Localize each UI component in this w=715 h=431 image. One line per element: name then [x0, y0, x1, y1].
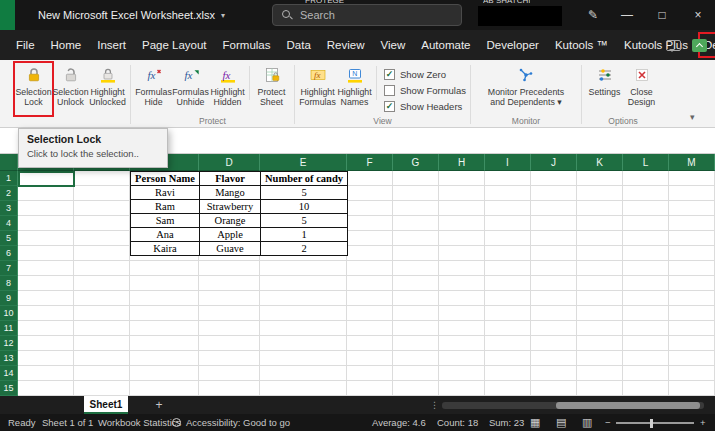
- grid-cell[interactable]: [439, 321, 485, 336]
- column-header-l[interactable]: L: [623, 154, 669, 171]
- grid-cell[interactable]: [623, 201, 669, 216]
- grid-cell[interactable]: [260, 321, 347, 336]
- grid-cell[interactable]: [485, 291, 531, 306]
- grid-cell[interactable]: [623, 246, 669, 261]
- table-cell[interactable]: Kaira: [131, 242, 200, 256]
- grid-cell[interactable]: [74, 216, 130, 231]
- tab-review[interactable]: Review: [319, 30, 373, 60]
- grid-cell[interactable]: [260, 306, 347, 321]
- grid-cell[interactable]: [393, 381, 439, 396]
- grid-cell[interactable]: [260, 381, 347, 396]
- grid-cell[interactable]: [623, 171, 669, 186]
- grid-cell[interactable]: [393, 231, 439, 246]
- grid-cell[interactable]: [577, 306, 623, 321]
- grid-cell[interactable]: [531, 291, 577, 306]
- grid-cell[interactable]: [130, 261, 199, 276]
- grid-cell[interactable]: [439, 336, 485, 351]
- grid-cell[interactable]: [260, 351, 347, 366]
- ribbon-button-selection-unlock[interactable]: SelectionUnlock: [52, 63, 89, 115]
- grid-cell[interactable]: [439, 231, 485, 246]
- grid-cell[interactable]: [393, 306, 439, 321]
- ribbon-button-monitor-precedents-and-dependents[interactable]: Monitor Precedentsand Dependents ▾: [475, 63, 577, 115]
- grid-cell[interactable]: [623, 261, 669, 276]
- grid-cell[interactable]: [623, 216, 669, 231]
- grid-cell[interactable]: [669, 321, 715, 336]
- column-header-m[interactable]: M: [669, 154, 715, 171]
- page-layout-view-icon[interactable]: ▤: [556, 414, 566, 431]
- grid-cell[interactable]: [74, 201, 130, 216]
- ribbon-button-protect-sheet[interactable]: ProtectSheet: [253, 63, 290, 115]
- grid-cell[interactable]: [74, 351, 130, 366]
- grid-cell[interactable]: [669, 306, 715, 321]
- column-header-e[interactable]: E: [260, 154, 347, 171]
- table-header-cell[interactable]: Number of candy: [261, 172, 348, 186]
- grid-cell[interactable]: [439, 366, 485, 381]
- grid-cell[interactable]: [347, 381, 393, 396]
- grid-cell[interactable]: [439, 291, 485, 306]
- grid-cell[interactable]: [485, 201, 531, 216]
- table-cell[interactable]: Sam: [131, 214, 200, 228]
- grid-cell[interactable]: [130, 336, 199, 351]
- grid-cell[interactable]: [439, 246, 485, 261]
- grid-cell[interactable]: [485, 366, 531, 381]
- search-box[interactable]: Search: [272, 4, 462, 26]
- grid-cell[interactable]: [74, 381, 130, 396]
- grid-cell[interactable]: [485, 216, 531, 231]
- grid-cell[interactable]: [393, 351, 439, 366]
- grid-cell[interactable]: [577, 186, 623, 201]
- tab-kutools[interactable]: Kutools ™: [547, 30, 616, 60]
- grid-cell[interactable]: [577, 231, 623, 246]
- row-header-12[interactable]: 12: [0, 336, 18, 351]
- grid-cell[interactable]: [485, 261, 531, 276]
- grid-cell[interactable]: [577, 171, 623, 186]
- maximize-button[interactable]: □: [647, 0, 677, 30]
- grid-cell[interactable]: [260, 276, 347, 291]
- ribbon-button-highlight-unlocked[interactable]: HighlightUnlocked: [89, 63, 126, 115]
- row-header-15[interactable]: 15: [0, 381, 18, 396]
- tab-developer[interactable]: Developer: [478, 30, 546, 60]
- grid-cell[interactable]: [393, 291, 439, 306]
- grid-cell[interactable]: [669, 291, 715, 306]
- tab-view[interactable]: View: [373, 30, 414, 60]
- grid-cell[interactable]: [347, 186, 393, 201]
- ribbon-button-highlight-names[interactable]: NHighlightNames: [336, 63, 373, 115]
- grid-cell[interactable]: [669, 231, 715, 246]
- tab-insert[interactable]: Insert: [89, 30, 134, 60]
- grid-cell[interactable]: [669, 276, 715, 291]
- table-cell[interactable]: Ram: [131, 200, 200, 214]
- grid-cell[interactable]: [485, 336, 531, 351]
- grid-cell[interactable]: [439, 276, 485, 291]
- table-header-cell[interactable]: Flavor: [200, 172, 261, 186]
- ribbon-button-close-design[interactable]: CloseDesign: [623, 63, 660, 115]
- grid-cell[interactable]: [18, 306, 74, 321]
- grid-cell[interactable]: [531, 231, 577, 246]
- table-cell[interactable]: 10: [261, 200, 348, 214]
- grid-cell[interactable]: [577, 321, 623, 336]
- grid-cell[interactable]: [18, 321, 74, 336]
- tab-page-layout[interactable]: Page Layout: [134, 30, 215, 60]
- grid-cell[interactable]: [531, 321, 577, 336]
- grid-cell[interactable]: [623, 306, 669, 321]
- collapse-ribbon-icon[interactable]: ▾: [690, 112, 695, 122]
- tab-file[interactable]: File: [8, 30, 43, 60]
- grid-cell[interactable]: [531, 381, 577, 396]
- grid-cell[interactable]: [531, 216, 577, 231]
- grid-cell[interactable]: [18, 216, 74, 231]
- grid-cell[interactable]: [623, 276, 669, 291]
- grid-cell[interactable]: [623, 321, 669, 336]
- row-header-14[interactable]: 14: [0, 366, 18, 381]
- add-sheet-button[interactable]: +: [152, 398, 166, 412]
- grid-cell[interactable]: [18, 186, 74, 201]
- grid-cell[interactable]: [669, 261, 715, 276]
- grid-cell[interactable]: [130, 351, 199, 366]
- row-header-1[interactable]: 1: [0, 171, 18, 186]
- minimize-button[interactable]: —: [612, 0, 642, 30]
- grid-cell[interactable]: [485, 306, 531, 321]
- column-header-f[interactable]: F: [347, 154, 393, 171]
- table-cell[interactable]: 1: [261, 228, 348, 242]
- grid-cell[interactable]: [74, 291, 130, 306]
- grid-cell[interactable]: [130, 291, 199, 306]
- table-cell[interactable]: Mango: [200, 186, 261, 200]
- grid-cell[interactable]: [623, 186, 669, 201]
- grid-cell[interactable]: [531, 246, 577, 261]
